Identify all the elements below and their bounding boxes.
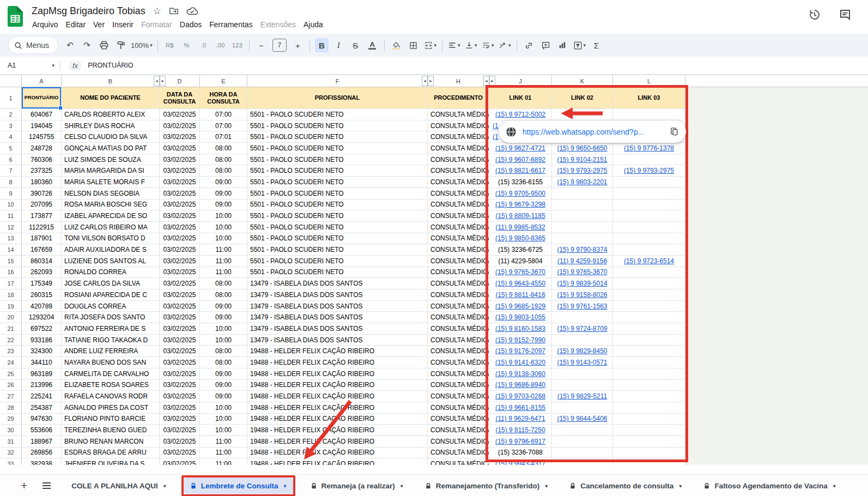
row-header[interactable]: 3: [0, 120, 22, 132]
row-header[interactable]: 20: [0, 312, 22, 323]
cell-j22[interactable]: (15) 9 9152-7990: [489, 335, 552, 346]
whatsapp-link[interactable]: (15) 9 9844-5406: [557, 415, 607, 422]
move-folder-icon[interactable]: [169, 6, 179, 16]
header-cell-data-da-consulta[interactable]: DATA DA CONSULTA: [160, 87, 200, 109]
cell-j28[interactable]: (15) 9 9661-8155: [489, 402, 552, 414]
cell-b24[interactable]: NAYARA BUENO DOS SAN: [62, 357, 160, 368]
cell-l10[interactable]: [613, 199, 685, 211]
cell-a10[interactable]: 207095: [22, 199, 62, 211]
cell-e7[interactable]: 08:00: [200, 165, 247, 177]
cell-h17[interactable]: CONSULTA MÉDICA: [428, 278, 489, 289]
cell-j21[interactable]: (15) 9 8160-1583: [489, 323, 552, 335]
whatsapp-link[interactable]: (15) 9 9627-4721: [495, 144, 545, 152]
cell-k21[interactable]: (15) 9 9724-8709: [552, 323, 613, 335]
cell-b4[interactable]: CELSO CLAUDIO DA SILVA: [62, 131, 160, 143]
whatsapp-link[interactable]: (15) 9 8115-7250: [495, 426, 545, 434]
cell-e10[interactable]: 09:00: [200, 199, 247, 211]
document-title[interactable]: ZapMsg Brigadeiro Tobias: [32, 5, 145, 17]
cell-k18[interactable]: (15) 9 9158-8026: [552, 289, 613, 301]
menu-ver[interactable]: Ver: [89, 18, 108, 31]
cell-e3[interactable]: 07:00: [200, 120, 247, 132]
column-header-b[interactable]: B: [62, 75, 160, 87]
cell-e33[interactable]: 11:00: [200, 458, 247, 465]
tab-remaneja-a-realizar[interactable]: Remaneja (a realizar)▾: [304, 477, 410, 494]
cell-e19[interactable]: 09:00: [200, 301, 247, 312]
cell-j20[interactable]: (15) 9 9803-1055: [489, 312, 552, 323]
whatsapp-link[interactable]: (15) 9 8160-1583: [495, 325, 545, 332]
cell-b15[interactable]: LUZIENE DOS SANTOS AL: [62, 256, 160, 267]
column-header-e[interactable]: E: [200, 75, 247, 87]
cell-d22[interactable]: 03/02/2025: [160, 335, 200, 346]
cell-a27[interactable]: 225241: [22, 391, 62, 402]
format-percent-button[interactable]: %: [180, 38, 193, 52]
cell-l26[interactable]: [613, 380, 685, 391]
cell-f7[interactable]: 5501 - PAOLO SCUDERI NETO: [247, 165, 428, 177]
cell-e11[interactable]: 10:00: [200, 210, 247, 222]
cell-h3[interactable]: CONSULTA MÉDICA: [428, 120, 489, 132]
whatsapp-link[interactable]: (15) 9 9143-0571: [557, 359, 607, 366]
cell-a8[interactable]: 180360: [22, 177, 62, 188]
cell-h5[interactable]: CONSULTA MÉDICA: [428, 143, 489, 154]
create-filter-button[interactable]: ▾: [573, 38, 586, 52]
cell-d16[interactable]: 03/02/2025: [160, 267, 200, 279]
whatsapp-link[interactable]: (15) 9 9158-8026: [557, 291, 607, 299]
sheets-logo-icon[interactable]: [8, 6, 23, 27]
column-header-l[interactable]: L: [613, 75, 685, 87]
cell-a12[interactable]: 1122915: [22, 222, 62, 233]
cell-b33[interactable]: JHENIFER OLIVEIRA DA S: [62, 458, 160, 465]
whatsapp-link[interactable]: (15) 9 9793-2975: [624, 167, 674, 174]
cell-j7[interactable]: (15) 9 8821-6617: [489, 165, 552, 177]
whatsapp-link[interactable]: (15) 9 9829-8450: [557, 347, 607, 355]
whatsapp-link[interactable]: (11) 9 9629-6471: [495, 415, 545, 422]
row-header[interactable]: 6: [0, 154, 22, 166]
cell-e18[interactable]: 08:00: [200, 289, 247, 301]
cell-b18[interactable]: ROSIANI APARECIDA DE C: [62, 289, 160, 301]
tab-menu-caret-icon[interactable]: ▾: [679, 483, 682, 489]
cell-d11[interactable]: 03/02/2025: [160, 210, 200, 222]
cell-f9[interactable]: 5501 - PAOLO SCUDERI NETO: [247, 188, 428, 199]
cell-b32[interactable]: ESDRAS BRAGA DE ARRU: [62, 447, 160, 459]
cell-e14[interactable]: 11:00: [200, 244, 247, 256]
hidden-columns-expand-right-icon[interactable]: ▸: [489, 76, 495, 86]
row-header[interactable]: 11: [0, 210, 22, 222]
header-cell-profissional[interactable]: PROFISSIONAL: [247, 87, 428, 109]
cell-l24[interactable]: [613, 357, 685, 368]
cell-d9[interactable]: 03/02/2025: [160, 188, 200, 199]
cell-j5[interactable]: (15) 9 9627-4721: [489, 143, 552, 154]
row-header[interactable]: 33: [0, 458, 22, 465]
decrease-decimals-button[interactable]: .0: [197, 38, 210, 52]
cell-j19[interactable]: (15) 9 9685-1929: [489, 301, 552, 312]
header-cell-hora-da-consulta[interactable]: HORA DA CONSULTA: [200, 87, 247, 109]
cell-j31[interactable]: (15) 9 9796-6917: [489, 436, 552, 447]
cell-j33[interactable]: (15) 9 9943-4317: [489, 458, 552, 465]
decrease-font-button[interactable]: −: [254, 38, 268, 52]
header-cell-link-01[interactable]: LINK 01: [489, 87, 552, 109]
row-header[interactable]: 25: [0, 368, 22, 380]
cell-k25[interactable]: [552, 368, 613, 380]
menu-formatar[interactable]: Formatar: [137, 18, 176, 31]
row-header[interactable]: 8: [0, 177, 22, 188]
cell-k14[interactable]: (15) 9 9790-8374: [552, 244, 613, 256]
cell-e17[interactable]: 08:00: [200, 278, 247, 289]
cell-d14[interactable]: 03/02/2025: [160, 244, 200, 256]
row-header[interactable]: 31: [0, 436, 22, 447]
cell-d29[interactable]: 03/02/2025: [160, 414, 200, 425]
cell-e22[interactable]: 10:00: [200, 335, 247, 346]
cell-f32[interactable]: 19488 - HELDER FELIX CAÇÃO RIBEIRO: [247, 447, 428, 459]
cell-h9[interactable]: CONSULTA MÉDICA: [428, 188, 489, 199]
cell-a19[interactable]: 420789: [22, 301, 62, 312]
cell-d21[interactable]: 03/02/2025: [160, 323, 200, 335]
cell-j9[interactable]: (15) 9 9705-9500: [489, 188, 552, 199]
cell-e24[interactable]: 08:00: [200, 357, 247, 368]
cell-e6[interactable]: 08:00: [200, 154, 247, 166]
cell-k27[interactable]: (15) 9 9829-5211: [552, 391, 613, 402]
whatsapp-link[interactable]: (15) 9 9839-5014: [557, 280, 607, 287]
horizontal-align-button[interactable]: ▾: [447, 38, 461, 52]
cell-h14[interactable]: CONSULTA MÉDICA: [428, 244, 489, 256]
cell-f20[interactable]: 13479 - ISABELA DIAS DOS SANTOS: [247, 312, 428, 323]
cell-a5[interactable]: 248728: [22, 143, 62, 154]
cell-h29[interactable]: CONSULTA MÉDICA: [428, 414, 489, 425]
format-currency-button[interactable]: R$: [163, 38, 177, 52]
cell-b10[interactable]: ROSA MARIA BOSCHI SEG: [62, 199, 160, 211]
cell-k10[interactable]: [552, 199, 613, 211]
